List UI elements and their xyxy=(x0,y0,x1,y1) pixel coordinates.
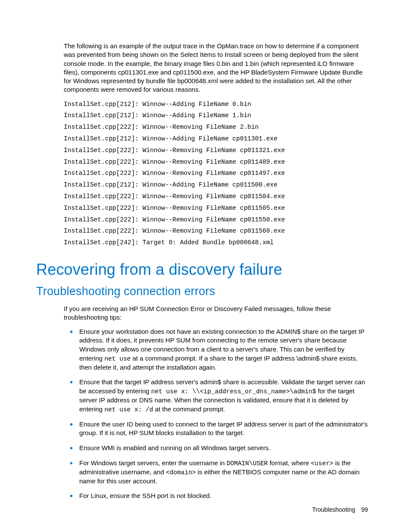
code: net use xyxy=(104,355,131,362)
code: net use x: \\<ip_address_or_dns_name>\ad… xyxy=(151,388,316,395)
page-footer: Troubleshooting99 xyxy=(312,506,368,513)
list-item: Ensure WMI is enabled and running on all… xyxy=(79,444,368,453)
troubleshooting-list: Ensure your workstation does not have an… xyxy=(64,327,368,501)
code: net use x: /d xyxy=(104,406,153,413)
code: <domain> xyxy=(166,469,196,476)
heading-troubleshooting: Troubleshooting connection errors xyxy=(36,285,368,298)
list-item: For Linux, ensure the SSH port is not bl… xyxy=(79,492,368,501)
text: For Linux, ensure the SSH port is not bl… xyxy=(79,492,212,499)
code: <user> xyxy=(311,460,333,467)
heading-recovering: Recovering from a discovery failure xyxy=(36,261,368,279)
code: DOMAIN\USER xyxy=(227,460,268,467)
text: For Windows target servers, enter the us… xyxy=(79,459,227,467)
footer-section: Troubleshooting xyxy=(312,506,355,513)
text: at the command prompt. xyxy=(153,405,225,413)
intro-paragraph: The following is an example of the outpu… xyxy=(64,42,368,94)
text: Ensure WMI is enabled and running on all… xyxy=(79,444,271,451)
footer-page-number: 99 xyxy=(361,506,368,513)
list-item: Ensure that the target IP address server… xyxy=(79,378,368,414)
list-item: Ensure your workstation does not have an… xyxy=(79,327,368,372)
text: Ensure the user ID being used to connect… xyxy=(79,420,368,437)
trace-output: InstallSet.cpp[212]: Winnow--Adding File… xyxy=(64,99,368,249)
list-item: For Windows target servers, enter the us… xyxy=(79,459,368,486)
lead-paragraph: If you are receiving an HP SUM Connectio… xyxy=(64,305,368,322)
text: format, where xyxy=(268,459,311,467)
list-item: Ensure the user ID being used to connect… xyxy=(79,420,368,438)
